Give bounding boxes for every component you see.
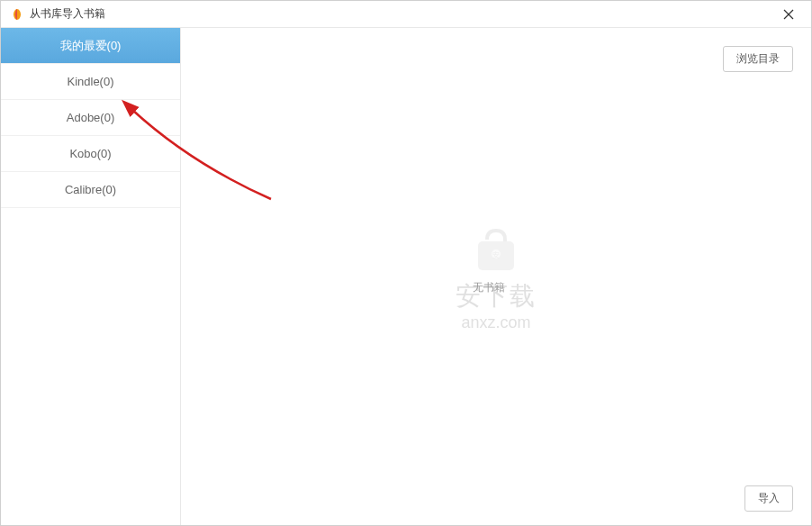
sidebar-item-label: Kindle(0) xyxy=(67,75,113,88)
window-root: 从书库导入书籍 我的最爱(0) Kindle(0) Adobe(0) Kobo(… xyxy=(0,0,812,526)
sidebar-item-adobe[interactable]: Adobe(0) xyxy=(1,100,180,136)
sidebar-item-kobo[interactable]: Kobo(0) xyxy=(1,136,180,172)
sidebar-item-label: Calibre(0) xyxy=(65,183,116,196)
svg-text:安: 安 xyxy=(492,251,500,259)
watermark-sub: anxz.com xyxy=(461,313,530,332)
sidebar-item-favorites[interactable]: 我的最爱(0) xyxy=(1,28,180,64)
empty-state-text: 无书籍 xyxy=(473,280,505,295)
sidebar-item-calibre[interactable]: Calibre(0) xyxy=(1,172,180,208)
content-area: 安 安下载 anxz.com 无书籍 xyxy=(181,28,811,525)
main-area: 浏览目录 安 安下载 anxz.com 无书籍 xyxy=(181,28,811,525)
lock-icon: 安 xyxy=(465,222,528,276)
window-title: 从书库导入书籍 xyxy=(30,6,775,22)
watermark: 安 安下载 anxz.com xyxy=(456,222,537,332)
sidebar-item-label: 我的最爱(0) xyxy=(60,38,122,54)
close-button[interactable] xyxy=(775,1,802,28)
sidebar-item-label: Adobe(0) xyxy=(67,111,114,124)
app-icon xyxy=(10,7,24,22)
titlebar: 从书库导入书籍 xyxy=(1,1,811,28)
body-area: 我的最爱(0) Kindle(0) Adobe(0) Kobo(0) Calib… xyxy=(1,28,811,525)
import-button[interactable]: 导入 xyxy=(744,485,793,512)
sidebar: 我的最爱(0) Kindle(0) Adobe(0) Kobo(0) Calib… xyxy=(1,28,181,525)
sidebar-item-label: Kobo(0) xyxy=(69,147,111,160)
bottom-actions: 导入 xyxy=(744,485,793,512)
sidebar-item-kindle[interactable]: Kindle(0) xyxy=(1,64,180,100)
